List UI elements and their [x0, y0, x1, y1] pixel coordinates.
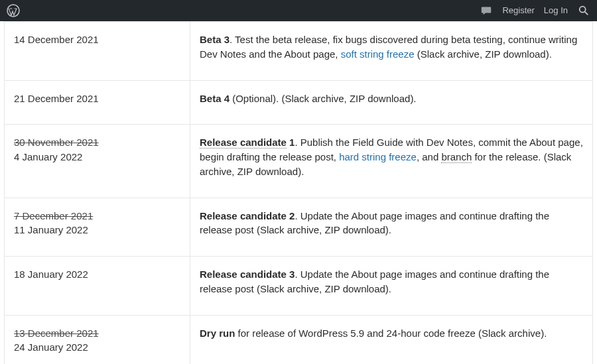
table-row: 7 December 2021 11 January 2022 Release …: [5, 198, 593, 257]
search-icon[interactable]: [577, 4, 590, 17]
svg-line-2: [585, 12, 588, 15]
desc-bold: Release candidate 3: [200, 269, 295, 280]
date-text: 21 December 2021: [14, 93, 99, 104]
date-struck: 7 December 2021: [14, 210, 93, 221]
desc-cell: Beta 3. Test the beta release, fix bugs …: [190, 22, 593, 81]
desc-cell: Beta 4 (Optional). (Slack archive, ZIP d…: [190, 80, 593, 125]
date-text: 18 January 2022: [14, 269, 88, 280]
desc-cell: Release candidate 2. Update the About pa…: [190, 198, 593, 257]
table-row: 18 January 2022 Release candidate 3. Upd…: [5, 257, 593, 316]
desc-text: (Optional). (Slack archive, ZIP download…: [230, 93, 417, 104]
login-link[interactable]: Log In: [544, 5, 568, 17]
desc-bold: Dry run: [200, 328, 235, 339]
desc-cell: Dry run for release of WordPress 5.9 and…: [190, 315, 593, 364]
desc-text: , and: [417, 151, 442, 162]
desc-text: for release of WordPress 5.9 and 24-hour…: [235, 328, 547, 339]
desc-cell: Release candidate 3. Update the About pa…: [190, 257, 593, 316]
desc-bold: Release candidate: [200, 137, 287, 149]
admin-bar: Register Log In: [0, 0, 597, 21]
link-hard-string-freeze[interactable]: hard string freeze: [339, 151, 417, 162]
table-row: 21 December 2021 Beta 4 (Optional). (Sla…: [5, 80, 593, 125]
link-soft-string-freeze[interactable]: soft string freeze: [341, 48, 415, 60]
date-cell: 18 January 2022: [5, 257, 190, 316]
release-schedule-table: 14 December 2021 Beta 3. Test the beta r…: [4, 21, 593, 364]
table-row: 30 November 2021 4 January 2022 Release …: [5, 125, 593, 198]
date-cell: 13 December 2021 24 January 2022: [5, 315, 190, 364]
table-row: 14 December 2021 Beta 3. Test the beta r…: [5, 22, 593, 81]
date-text: 4 January 2022: [14, 151, 82, 162]
date-cell: 14 December 2021: [5, 22, 190, 81]
date-text: 11 January 2022: [14, 224, 88, 235]
desc-cell: Release candidate 1. Publish the Field G…: [190, 125, 593, 198]
date-cell: 21 December 2021: [5, 80, 190, 125]
desc-bold: Release candidate 2: [200, 210, 295, 221]
admin-bar-left: [7, 4, 20, 17]
date-struck: 30 November 2021: [14, 137, 99, 148]
desc-bold: Beta 3: [200, 34, 230, 45]
desc-bold: Beta 4: [200, 93, 230, 104]
date-cell: 30 November 2021 4 January 2022: [5, 125, 190, 198]
admin-bar-right: Register Log In: [480, 4, 590, 17]
wordpress-logo-icon[interactable]: [7, 4, 20, 17]
svg-point-1: [580, 7, 586, 13]
table-row: 13 December 2021 24 January 2022 Dry run…: [5, 315, 593, 364]
date-text: 24 January 2022: [14, 341, 88, 353]
page-body: 14 December 2021 Beta 3. Test the beta r…: [0, 21, 597, 364]
desc-text: (Slack archive, ZIP download).: [415, 48, 552, 60]
date-struck: 13 December 2021: [14, 328, 99, 339]
date-cell: 7 December 2021 11 January 2022: [5, 198, 190, 257]
register-link[interactable]: Register: [502, 5, 534, 17]
comments-icon[interactable]: [480, 4, 493, 17]
date-text: 14 December 2021: [14, 34, 99, 45]
desc-bold-suffix: 1: [287, 137, 295, 148]
branch-term: branch: [441, 151, 472, 163]
